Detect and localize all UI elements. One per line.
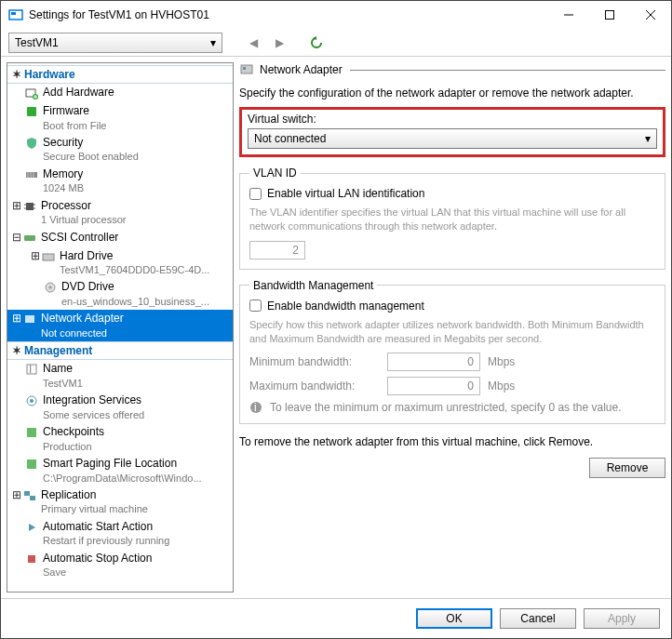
vm-selector-row: TestVM1 ▾ ◀ ▶	[1, 29, 671, 57]
chevron-down-icon: ▾	[210, 36, 216, 49]
info-icon: i	[249, 401, 262, 414]
sidebar-item-network-adapter[interactable]: ⊞ Network AdapterNot connected	[7, 310, 233, 341]
main-split: ✶ Hardware Add Hardware FirmwareBoot fro…	[1, 57, 671, 598]
min-bandwidth-input[interactable]: 0	[387, 353, 480, 371]
panel-title-rule	[350, 70, 665, 71]
network-adapter-icon	[239, 62, 254, 77]
collapse-icon: ✶	[11, 68, 22, 81]
svg-rect-3	[606, 11, 614, 20]
vlan-enable-checkbox[interactable]	[249, 188, 262, 200]
replication-icon	[22, 488, 37, 503]
svg-rect-10	[27, 107, 36, 116]
vlan-id-input[interactable]: 2	[249, 241, 305, 260]
sidebar-item-name[interactable]: I NameTestVM1	[7, 360, 233, 392]
collapse-icon: ⊟	[11, 231, 22, 246]
name-icon: I	[24, 362, 39, 377]
sidebar-item-replication[interactable]: ⊞ ReplicationPrimary virtual machine	[7, 486, 233, 518]
titlebar: Settings for TestVM1 on HVHOST01	[1, 1, 671, 29]
sidebar-hardware-header[interactable]: ✶ Hardware	[7, 65, 233, 84]
remove-block: To remove the network adapter from this …	[239, 435, 665, 478]
expand-icon: ⊞	[11, 312, 22, 326]
svg-rect-29	[27, 428, 36, 437]
memory-icon	[24, 167, 39, 182]
svg-rect-21	[43, 254, 54, 260]
svg-text:i: i	[254, 401, 257, 414]
max-bandwidth-label: Maximum bandwidth:	[249, 379, 380, 393]
checkpoints-icon	[24, 425, 39, 440]
refresh-button[interactable]	[306, 33, 327, 53]
expand-icon: ⊞	[11, 199, 22, 214]
dvd-drive-icon	[43, 280, 58, 295]
svg-point-28	[30, 399, 34, 403]
apply-button[interactable]: Apply	[584, 608, 660, 629]
sidebar-item-auto-stop[interactable]: Automatic Stop ActionSave	[7, 550, 233, 581]
virtual-switch-highlight: Virtual switch: Not connected ▾	[239, 107, 665, 157]
panel-title: Network Adapter	[260, 63, 343, 76]
sidebar-item-integration-services[interactable]: Integration ServicesSome services offere…	[7, 392, 233, 423]
auto-stop-icon	[24, 552, 39, 566]
nav-back-button[interactable]: ◀	[243, 33, 263, 53]
paging-icon	[24, 457, 39, 472]
close-button[interactable]	[630, 1, 671, 29]
max-bandwidth-input[interactable]: 0	[387, 377, 480, 395]
sidebar-management-header[interactable]: ✶ Management	[7, 341, 233, 360]
cancel-button[interactable]: Cancel	[500, 608, 576, 629]
vlan-legend: VLAN ID	[249, 166, 301, 180]
svg-rect-30	[27, 459, 36, 469]
vm-selector-value: TestVM1	[15, 36, 59, 49]
panel-title-row: Network Adapter	[239, 62, 665, 77]
sidebar-item-scsi-controller[interactable]: ⊟ SCSI Controller	[7, 229, 233, 247]
minimize-button[interactable]	[548, 1, 589, 29]
shield-icon	[24, 136, 39, 151]
sidebar-item-memory[interactable]: Memory1024 MB	[7, 166, 233, 197]
nav-forward-button[interactable]: ▶	[269, 33, 289, 53]
collapse-icon: ✶	[11, 344, 22, 357]
sidebar-item-processor[interactable]: ⊞ Processor1 Virtual processor	[7, 197, 233, 229]
svg-rect-15	[26, 203, 34, 210]
sidebar-item-firmware[interactable]: FirmwareBoot from File	[7, 102, 233, 134]
hard-drive-icon	[41, 249, 56, 264]
vlan-group: VLAN ID Enable virtual LAN identificatio…	[239, 166, 665, 270]
sidebar-item-smart-paging[interactable]: Smart Paging File LocationC:\ProgramData…	[7, 455, 233, 486]
sidebar: ✶ Hardware Add Hardware FirmwareBoot fro…	[7, 62, 234, 592]
processor-icon	[22, 199, 37, 214]
app-icon	[8, 7, 23, 22]
chevron-down-icon: ▾	[645, 132, 651, 145]
expand-icon: ⊞	[30, 249, 41, 264]
sidebar-item-checkpoints[interactable]: CheckpointsProduction	[7, 423, 233, 455]
bandwidth-enable-label: Enable bandwidth management	[267, 300, 424, 313]
vm-selector-dropdown[interactable]: TestVM1 ▾	[8, 33, 222, 53]
content-panel: Network Adapter Specify the configuratio…	[239, 62, 665, 592]
virtual-switch-dropdown[interactable]: Not connected ▾	[248, 128, 657, 149]
sidebar-item-security[interactable]: SecuritySecure Boot enabled	[7, 134, 233, 166]
svg-text:I: I	[29, 363, 32, 376]
remove-button[interactable]: Remove	[589, 458, 665, 478]
sidebar-item-auto-start[interactable]: Automatic Start ActionRestart if previou…	[7, 518, 233, 550]
ok-button[interactable]: OK	[416, 608, 492, 629]
remove-text: To remove the network adapter from this …	[239, 435, 665, 448]
bandwidth-hint: Specify how this network adapter utilize…	[249, 318, 655, 346]
dialog-footer: OK Cancel Apply	[1, 598, 671, 638]
vlan-enable-label: Enable virtual LAN identification	[267, 187, 424, 200]
virtual-switch-label: Virtual switch:	[248, 113, 657, 126]
sidebar-item-add-hardware[interactable]: Add Hardware	[7, 84, 233, 102]
maximize-button[interactable]	[589, 1, 630, 29]
sidebar-item-hard-drive[interactable]: ⊞ Hard DriveTestVM1_7604DDD0-E59C-4D...	[7, 247, 233, 279]
svg-rect-34	[28, 555, 35, 563]
bandwidth-legend: Bandwidth Management	[249, 279, 377, 292]
window-title: Settings for TestVM1 on HVHOST01	[29, 8, 548, 21]
network-adapter-icon	[22, 312, 37, 326]
svg-rect-35	[241, 65, 252, 73]
sidebar-item-dvd-drive[interactable]: DVD Driveen-us_windows_10_business_...	[7, 278, 233, 310]
svg-rect-24	[25, 315, 34, 323]
svg-rect-20	[24, 235, 35, 241]
expand-icon: ⊞	[11, 488, 22, 503]
bandwidth-enable-checkbox[interactable]	[249, 300, 262, 312]
bandwidth-info-text: To leave the minimum or maximum unrestri…	[270, 401, 621, 414]
svg-marker-33	[29, 524, 35, 531]
svg-rect-31	[24, 491, 30, 496]
firmware-icon	[24, 104, 39, 119]
add-hardware-icon	[24, 86, 39, 100]
controller-icon	[22, 231, 37, 246]
min-bandwidth-label: Minimum bandwidth:	[249, 355, 380, 368]
